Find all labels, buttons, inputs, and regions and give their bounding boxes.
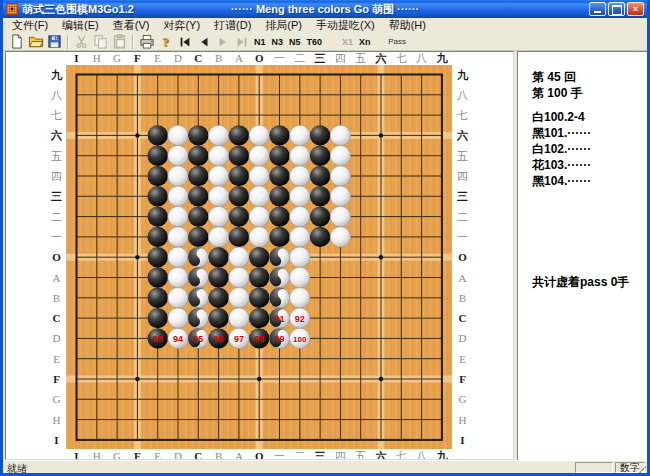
stone-black[interactable] (188, 227, 208, 247)
stone-black[interactable] (148, 267, 168, 287)
stone-white[interactable] (168, 227, 188, 247)
stone-black[interactable] (208, 247, 228, 267)
stone-white[interactable] (208, 227, 228, 247)
stone-white[interactable] (290, 247, 310, 267)
stone-black[interactable] (148, 186, 168, 206)
stone-white[interactable] (290, 146, 310, 166)
stone-black[interactable] (188, 186, 208, 206)
n3-button[interactable]: N3 (269, 33, 287, 50)
menu-edit[interactable]: 编辑(E) (55, 17, 106, 34)
n5-button[interactable]: N5 (286, 33, 304, 50)
stone-black[interactable] (229, 146, 249, 166)
stone-black[interactable] (310, 227, 330, 247)
stone-white[interactable] (249, 206, 269, 226)
close-button[interactable]: × (627, 2, 644, 16)
stone-black[interactable] (148, 227, 168, 247)
help-button[interactable]: ? (156, 33, 175, 50)
stone-white[interactable] (168, 308, 188, 328)
t60-button[interactable]: T60 (304, 33, 326, 50)
paste-button[interactable] (110, 33, 129, 50)
stone-white[interactable] (168, 146, 188, 166)
stone-black[interactable] (249, 308, 269, 328)
stone-black[interactable] (229, 186, 249, 206)
stone-white[interactable] (208, 206, 228, 226)
stone-white[interactable] (290, 227, 310, 247)
stone-black[interactable] (310, 146, 330, 166)
menu-file[interactable]: 文件(F) (5, 17, 55, 34)
stone-white[interactable] (249, 146, 269, 166)
stone-black[interactable] (229, 227, 249, 247)
maximize-button[interactable] (608, 2, 625, 16)
stone-black[interactable] (269, 146, 289, 166)
stone-white[interactable] (168, 267, 188, 287)
stone-white[interactable] (208, 186, 228, 206)
stone-black[interactable] (310, 125, 330, 145)
stone-white[interactable] (290, 288, 310, 308)
stone-white[interactable] (290, 267, 310, 287)
stone-black[interactable] (148, 308, 168, 328)
stone-white[interactable] (168, 247, 188, 267)
resize-grip[interactable] (636, 463, 646, 473)
stone-black[interactable] (208, 267, 228, 287)
stone-black[interactable] (310, 206, 330, 226)
stone-white[interactable] (330, 146, 350, 166)
stone-black[interactable] (269, 125, 289, 145)
stone-black[interactable] (148, 166, 168, 186)
stone-black[interactable] (188, 125, 208, 145)
nav-back-button[interactable] (194, 33, 213, 50)
stone-white[interactable] (208, 146, 228, 166)
menu-record[interactable]: 打谱(D) (207, 17, 258, 34)
menu-help[interactable]: 帮助(H) (382, 17, 433, 34)
stone-white[interactable] (208, 166, 228, 186)
stone-white[interactable] (249, 186, 269, 206)
nav-first-button[interactable] (175, 33, 194, 50)
stone-black[interactable] (310, 186, 330, 206)
stone-black[interactable] (208, 288, 228, 308)
stone-white[interactable] (290, 125, 310, 145)
menu-manual-capture[interactable]: 手动提吃(X) (309, 17, 382, 34)
stone-black[interactable] (269, 227, 289, 247)
stone-white[interactable] (168, 186, 188, 206)
stone-white[interactable] (330, 125, 350, 145)
stone-black[interactable] (148, 206, 168, 226)
stone-black[interactable] (269, 206, 289, 226)
stone-white[interactable] (290, 186, 310, 206)
stone-white[interactable] (229, 288, 249, 308)
save-button[interactable] (45, 33, 64, 50)
stone-white[interactable] (168, 288, 188, 308)
stone-black[interactable] (249, 267, 269, 287)
stone-black[interactable] (269, 166, 289, 186)
pass-button[interactable]: Pass (388, 33, 407, 50)
copy-button[interactable] (91, 33, 110, 50)
n1-button[interactable]: N1 (251, 33, 269, 50)
open-file-button[interactable] (26, 33, 45, 50)
stone-white[interactable] (290, 166, 310, 186)
stone-white[interactable] (249, 125, 269, 145)
x1-button[interactable]: X1 (339, 33, 356, 50)
go-board[interactable]: 919293949596979899100 (66, 65, 452, 449)
stone-white[interactable] (229, 247, 249, 267)
nav-last-button[interactable] (232, 33, 251, 50)
print-button[interactable] (137, 33, 156, 50)
stone-white[interactable] (330, 206, 350, 226)
stone-black[interactable] (229, 166, 249, 186)
stone-white[interactable] (229, 308, 249, 328)
stone-white[interactable] (229, 267, 249, 287)
stone-black[interactable] (208, 308, 228, 328)
stone-black[interactable] (188, 166, 208, 186)
stone-black[interactable] (229, 125, 249, 145)
stone-black[interactable] (188, 146, 208, 166)
stone-white[interactable] (168, 206, 188, 226)
stone-white[interactable] (330, 166, 350, 186)
stone-black[interactable] (310, 166, 330, 186)
stone-white[interactable] (249, 227, 269, 247)
stone-black[interactable] (148, 146, 168, 166)
cut-button[interactable] (72, 33, 91, 50)
stone-white[interactable] (330, 227, 350, 247)
minimize-button[interactable] (589, 2, 606, 16)
stone-white[interactable] (330, 186, 350, 206)
stone-black[interactable] (249, 247, 269, 267)
menu-play[interactable]: 对弈(Y) (156, 17, 207, 34)
stone-white[interactable] (168, 125, 188, 145)
stone-black[interactable] (148, 247, 168, 267)
